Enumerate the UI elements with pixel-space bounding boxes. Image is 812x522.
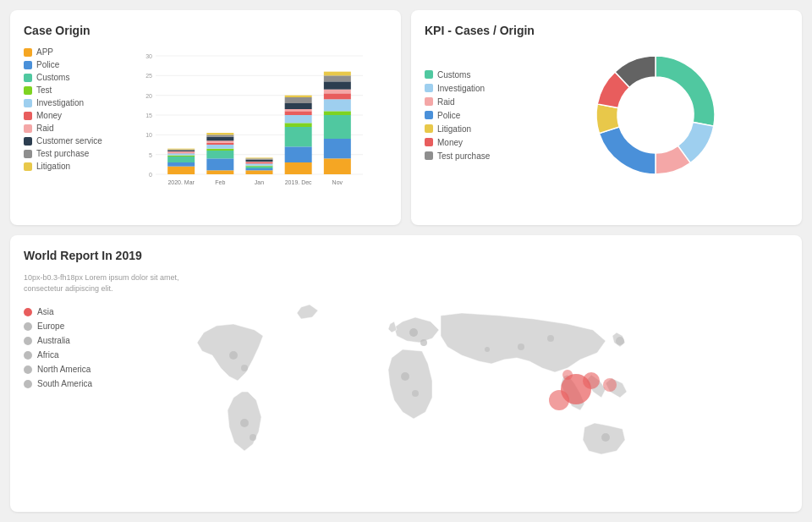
legend-label: Money	[36, 111, 62, 120]
svg-rect-67	[324, 72, 351, 76]
svg-rect-61	[324, 111, 351, 115]
svg-rect-47	[285, 162, 312, 174]
svg-rect-37	[246, 168, 273, 170]
kpi-legend-label: Police	[437, 111, 460, 120]
svg-point-73	[562, 370, 573, 380]
world-legend-label: North America	[37, 365, 91, 374]
kpi-legend-item: Customs	[425, 70, 509, 80]
legend-item: Litigation	[24, 162, 108, 171]
svg-rect-29	[206, 145, 233, 149]
svg-rect-48	[285, 146, 312, 162]
map-container	[110, 300, 788, 489]
svg-rect-60	[324, 115, 351, 139]
kpi-legend-color	[425, 111, 433, 119]
svg-text:2020. Mar: 2020. Mar	[167, 179, 195, 185]
svg-rect-30	[206, 143, 233, 145]
legend-item: Customer service	[24, 136, 108, 146]
donut-container	[523, 47, 788, 183]
svg-rect-40	[246, 163, 273, 165]
legend-label: Test	[36, 85, 52, 95]
legend-item: Raid	[24, 124, 108, 133]
svg-point-86	[485, 347, 490, 352]
svg-rect-63	[324, 93, 351, 99]
svg-rect-41	[246, 162, 273, 163]
case-origin-legend: APPPoliceCustomsTestInvestigationMoneyRa…	[24, 47, 108, 202]
world-legend-label: Africa	[37, 350, 59, 360]
donut-chart-svg	[588, 47, 723, 183]
svg-point-78	[229, 351, 238, 360]
world-legend-dot	[24, 380, 32, 388]
kpi-legend-label: Investigation	[437, 84, 485, 93]
svg-point-83	[616, 337, 624, 345]
world-legend-item: South America	[24, 379, 100, 388]
legend-color	[24, 162, 32, 171]
svg-rect-51	[285, 115, 312, 123]
svg-rect-49	[285, 127, 312, 146]
legend-item: Money	[24, 111, 108, 120]
svg-rect-28	[206, 149, 233, 151]
svg-rect-44	[246, 158, 273, 159]
svg-rect-17	[167, 156, 195, 157]
kpi-legend-color	[425, 151, 433, 160]
svg-text:Jan: Jan	[255, 179, 264, 185]
legend-label: Raid	[36, 124, 54, 133]
svg-rect-32	[206, 137, 233, 141]
world-report-title: World Report In 2019	[24, 249, 788, 262]
world-legend-dot	[24, 308, 32, 316]
svg-point-71	[583, 372, 600, 389]
world-legend-item: Australia	[24, 336, 100, 345]
svg-rect-21	[167, 151, 195, 151]
svg-rect-50	[285, 123, 312, 127]
svg-point-81	[250, 434, 256, 441]
svg-text:20: 20	[145, 93, 152, 99]
kpi-legend-item: Money	[425, 138, 509, 147]
kpi-content: CustomsInvestigationRaidPoliceLitigation…	[425, 47, 788, 183]
legend-color	[24, 112, 32, 120]
svg-point-77	[412, 390, 419, 397]
legend-item: Test purchase	[24, 149, 108, 158]
legend-label: APP	[36, 47, 53, 57]
svg-text:Nov: Nov	[332, 179, 343, 185]
svg-rect-23	[167, 149, 195, 150]
kpi-legend-color	[425, 70, 433, 79]
svg-rect-42	[246, 162, 273, 162]
svg-point-82	[601, 433, 610, 442]
svg-rect-52	[285, 111, 312, 115]
case-origin-card: Case Origin APPPoliceCustomsTestInvestig…	[10, 10, 401, 225]
world-legend-dot	[24, 365, 32, 374]
svg-rect-16	[167, 157, 195, 162]
svg-rect-34	[206, 133, 233, 135]
svg-text:10: 10	[145, 132, 152, 138]
legend-label: Litigation	[36, 162, 70, 171]
kpi-legend-item: Police	[425, 111, 509, 120]
world-report-card: World Report In 2019 10px-b0.3-fh18px Lo…	[10, 235, 802, 512]
kpi-legend-color	[425, 84, 433, 92]
kpi-legend-item: Test purchase	[425, 151, 509, 161]
legend-item: Police	[24, 60, 108, 69]
svg-rect-64	[324, 90, 351, 94]
world-legend-dot	[24, 351, 32, 360]
legend-item: Test	[24, 85, 108, 95]
svg-point-70	[549, 390, 569, 410]
kpi-legend-item: Raid	[425, 97, 509, 107]
kpi-legend-label: Money	[437, 138, 463, 147]
svg-rect-15	[167, 162, 195, 167]
svg-rect-36	[246, 170, 273, 174]
world-legend-label: Australia	[37, 336, 70, 345]
world-legend-label: Asia	[37, 307, 53, 316]
legend-item: Customs	[24, 73, 108, 82]
svg-rect-45	[246, 157, 273, 158]
kpi-card: KPI - Cases / Origin CustomsInvestigatio…	[411, 10, 802, 225]
legend-color	[24, 61, 32, 69]
case-origin-title: Case Origin	[24, 24, 387, 37]
svg-rect-19	[167, 152, 195, 153]
world-report-header: World Report In 2019 10px-b0.3-fh18px Lo…	[24, 249, 788, 294]
world-legend-label: South America	[37, 379, 92, 388]
legend-label: Customer service	[36, 136, 102, 146]
svg-point-72	[603, 378, 617, 392]
legend-color	[24, 150, 32, 158]
svg-point-74	[409, 328, 418, 337]
svg-rect-59	[324, 139, 351, 158]
legend-color	[24, 124, 32, 133]
svg-text:Feb: Feb	[215, 179, 225, 185]
